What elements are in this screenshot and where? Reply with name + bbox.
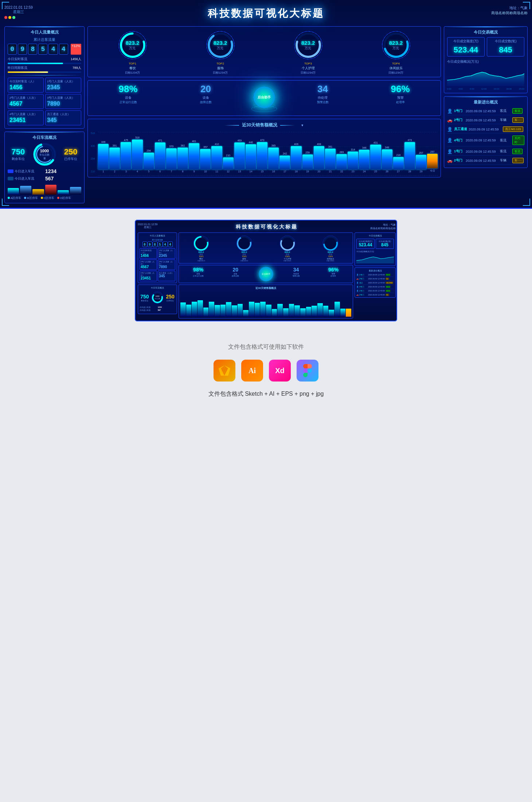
entry-badge-1: 车·····: [512, 117, 524, 123]
preview-grid: 今日人流量概况 累计总客流量 0 9 8 5 4 4 今日实时客流（: [138, 232, 396, 318]
parking-occupied: 250 已停车位: [64, 147, 78, 161]
bar-top-label-28: 257: [419, 152, 423, 154]
bar-fill-3: [132, 140, 142, 169]
preview-bar-fill-26: [329, 310, 334, 317]
preview-stat-5: 员工通道（人次） 345: [158, 271, 175, 281]
bar-top-label-7: 382: [181, 144, 185, 147]
bar-item-17: 40618: [291, 132, 301, 173]
location: 地址：气象: [491, 5, 528, 11]
gauge-inner-3: 823.2 万元: [301, 40, 315, 51]
preview-tx-count: 今日成交数(笔) 845: [376, 239, 394, 249]
donut-total-label: 车位总数量: [39, 153, 51, 160]
bar-item-3: 5164: [132, 132, 142, 173]
preview-bar-9: [232, 291, 237, 317]
preview-bar-fill-12: [249, 302, 254, 317]
kpi-sublabel-0: 正常运行总数: [91, 100, 165, 104]
bar-x-label-2: 3: [125, 170, 127, 173]
stat-value-2: 4567: [9, 101, 42, 107]
bar-x-label-1: 2: [114, 170, 116, 173]
preview-bar-chart: [180, 291, 351, 317]
badge-up: +12%: [71, 44, 81, 55]
gauge-name-2: 服饰: [178, 66, 263, 71]
digit-4: 4: [48, 44, 58, 55]
bar-item-25: 34826: [382, 132, 392, 173]
parking-flow: 今日进入车流 1234 今日进入车流 567: [8, 168, 81, 181]
flow-panel: 今日人流量概况 累计总客流量 0 9 8 5 4 4 +12% 今日实时客流 1…: [4, 26, 85, 129]
tx-x-labels: 0:004:008:0012:0016:0020:0024:00: [447, 88, 524, 90]
today-realtime-val: 1456人: [71, 57, 81, 62]
bar-item-7: 3828: [177, 132, 188, 173]
tx-chart-title: 今日成交额概况(万元): [447, 59, 524, 64]
svg-marker-26: [447, 72, 524, 86]
bar-x-label-5: 6: [159, 170, 161, 173]
bottom-text: 文件包含格式可使用如下软件: [7, 343, 525, 351]
bar-fill-7: [177, 148, 188, 169]
stat-value-5: 345: [47, 117, 79, 124]
sketch-logo-svg: [218, 365, 231, 376]
kpi-label-1: 设备: [168, 95, 243, 100]
preview-bar-fill-8: [226, 302, 231, 317]
gauge-row: 823.2 万元 TOP1 餐饮 日标1234万: [87, 26, 441, 77]
kpi-sublabel-2: 预警总数: [285, 100, 360, 104]
bar-top-label-24: 431: [373, 141, 378, 144]
bottom-section: 文件包含格式可使用如下软件 Ai Xd: [0, 332, 532, 405]
entry-gate-1: 2号门: [454, 118, 464, 122]
legend-d: D区停车: [57, 196, 71, 200]
preview-tx-amount: 今日成交额度(万) 523.44: [356, 239, 375, 249]
parking-in: 今日进入车流: [8, 168, 44, 174]
preview-gauge-4: 823.2 万元 TOP4 休闲娱乐 日标1234万: [321, 234, 340, 262]
preview-bar-4: [203, 291, 209, 317]
bar-x-label-27: 28: [408, 170, 411, 173]
preview-gauge-1: 823.2 万元 TOP1 餐饮 日标1234万: [192, 234, 210, 262]
right-column: 今日交易概况 今日成交额度(万) 523.44 今日成交数(笔) 845 今日成…: [444, 26, 528, 203]
gauge-inner-4: 823.2 万元: [389, 40, 403, 51]
preview-bar-27: [335, 291, 340, 317]
entry-badge-0: 客流: [512, 108, 523, 114]
bar-top-label-25: 348: [385, 146, 389, 149]
bar-x-label-26: 27: [397, 170, 400, 173]
preview-bar-fill-1: [186, 305, 192, 317]
yesterday-val: 789人: [73, 66, 81, 70]
stat-value-3: 7890: [47, 101, 79, 107]
gauge-circle-2: 823.2 万元: [204, 29, 237, 62]
gauge-target-2: 日标1234万: [178, 71, 263, 75]
bar-x-label-6: 7: [171, 170, 172, 173]
preview-bar-19: [289, 291, 294, 317]
preview-entry-4: 👤1号门2020.09.09 12:45:59客流: [356, 290, 394, 293]
preview-gauges: 823.2 万元 TOP1 餐饮 日标1234万: [179, 232, 353, 263]
preview-parking-title: 今日车流概况: [140, 286, 175, 290]
entry-type-4: 客流: [500, 149, 511, 154]
entry-row-5: 🚗 2号门 2020.09.09 12:45:59 车辆 车·····: [447, 157, 524, 165]
digit-display: 0 9 8 5 4 4 +12%: [8, 44, 81, 55]
realtime-progress: [8, 63, 81, 64]
bar-top-label-10: 410: [215, 143, 219, 145]
bar-top-label-20: 361: [328, 145, 333, 148]
parking-occupied-label: 已停车位: [64, 157, 78, 161]
bar-top-label-14: 473: [260, 139, 265, 141]
bar-x-label-25: 26: [386, 170, 388, 173]
parking-bar-chart: [8, 184, 81, 195]
header-right: 地址：气象 商场名称简称商场名称: [491, 5, 528, 16]
preview-line-chart: [356, 253, 394, 264]
preview-entry-3: 👤4号门2020.09.09 12:45:59客流: [356, 286, 394, 289]
bar-top-label-0: 446: [101, 141, 106, 143]
yesterday-progress: [8, 71, 81, 73]
stat-value-0: 1456: [9, 84, 42, 91]
preview-right-info: 地址：气象商场名称简称商场名称: [370, 223, 396, 230]
stat-label-3: 3号门人流量（人次）: [47, 96, 79, 100]
entry-gate-2: 员工通道: [454, 127, 467, 132]
preview-bar-20: [294, 291, 300, 317]
preview-bar-fill-20: [294, 305, 300, 317]
tx-amount-label: 今日成交额度(万): [449, 39, 483, 44]
preview-bar-29: [346, 291, 351, 317]
tx-amount: 今日成交额度(万) 523.44: [447, 37, 485, 56]
bar-x-label-17: 18: [295, 170, 298, 173]
entry-gate-5: 2号门: [454, 158, 464, 163]
gauge-val-2: 823.2: [214, 40, 227, 46]
bar-top-label-11: 210: [226, 154, 230, 157]
bar-top-label-5: 471: [158, 139, 162, 142]
preview-bar-fill-7: [220, 305, 226, 317]
bar-item-13: 44014: [246, 132, 256, 173]
entry-badge-2: 员工NO.123: [503, 126, 523, 132]
kpi-val-1: 20: [168, 83, 243, 95]
